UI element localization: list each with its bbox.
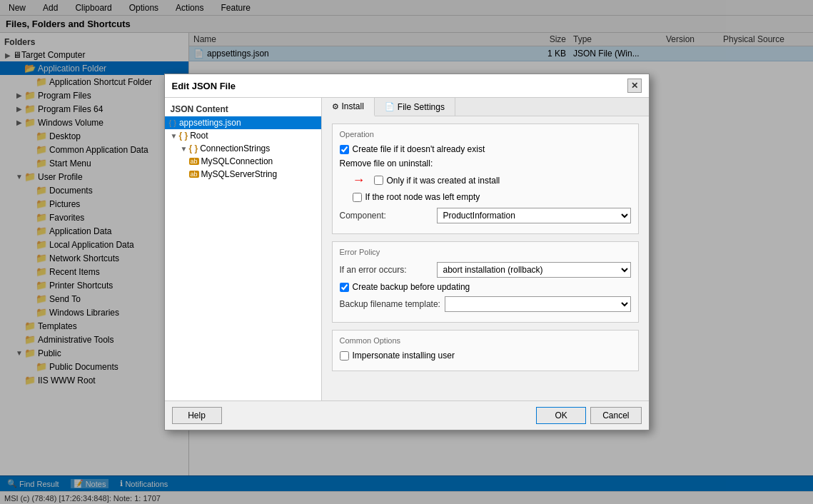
file-settings-tab-label: File Settings	[398, 102, 445, 112]
error-policy-title: Error Policy	[340, 248, 631, 256]
dialog-tree-item-mysql-connection[interactable]: abMySQLConnection	[165, 155, 321, 168]
impersonate-checkbox[interactable]	[340, 351, 349, 361]
create-backup-label[interactable]: Create backup before updating	[340, 282, 470, 292]
modal-overlay: Edit JSON File ✕ JSON Content { }appsett…	[0, 0, 813, 504]
dialog-tree: { }appsettings.json▼{ }Root▼{ }Connectio…	[165, 116, 321, 181]
only-if-created-checkbox[interactable]	[374, 176, 383, 185]
edit-json-dialog: Edit JSON File ✕ JSON Content { }appsett…	[164, 74, 650, 430]
dialog-tree-item-connection-strings[interactable]: ▼{ }ConnectionStrings	[165, 142, 321, 155]
panel-content: Operation Create file if it doesn't alre…	[322, 116, 649, 385]
remove-file-label-row: Remove file on uninstall:	[340, 158, 631, 168]
component-select[interactable]: ProductInformation	[437, 208, 631, 223]
operation-title: Operation	[340, 130, 631, 138]
curly-brace-icon: { }	[189, 143, 198, 153]
backup-template-select[interactable]	[445, 296, 631, 312]
dialog-expand-connection-strings[interactable]: ▼	[179, 145, 189, 153]
dialog-tree-item-root[interactable]: ▼{ }Root	[165, 129, 321, 142]
install-tab-label: Install	[342, 101, 364, 111]
if-error-row: If an error occurs: abort installation (…	[340, 262, 631, 278]
dialog-label-mysql-server: MySQLServerString	[201, 169, 278, 179]
modal-titlebar: Edit JSON File ✕	[165, 74, 649, 98]
json-content-label: JSON Content	[165, 102, 321, 116]
only-if-created-text: Only if it was created at install	[387, 176, 500, 186]
red-arrow-icon: →	[353, 173, 365, 188]
cancel-button[interactable]: Cancel	[590, 407, 641, 424]
modal-title: Edit JSON File	[172, 81, 236, 91]
create-backup-text: Create backup before updating	[353, 282, 470, 292]
impersonate-label[interactable]: Impersonate installing user	[340, 351, 455, 361]
only-if-created-row: → Only if it was created at install	[353, 173, 631, 188]
only-if-created-label[interactable]: Only if it was created at install	[374, 176, 500, 186]
create-file-label[interactable]: Create file if it doesn't already exist	[340, 144, 485, 154]
dialog-label-connection-strings: ConnectionStrings	[200, 143, 270, 153]
ab-icon: ab	[189, 158, 199, 165]
install-tab-icon: ⚙	[332, 102, 339, 111]
impersonate-text: Impersonate installing user	[353, 351, 455, 361]
file-settings-tab-icon: 📄	[385, 102, 395, 111]
ok-button[interactable]: OK	[536, 407, 586, 424]
create-backup-row: Create backup before updating	[340, 282, 631, 292]
dialog-label-root: Root	[190, 131, 208, 141]
tab-file-settings[interactable]: 📄 File Settings	[375, 98, 455, 116]
impersonate-row: Impersonate installing user	[340, 351, 631, 361]
if-root-empty-label[interactable]: If the root node was left empty	[353, 192, 480, 202]
if-root-empty-row: If the root node was left empty	[353, 192, 631, 202]
tab-bar: ⚙ Install 📄 File Settings	[322, 98, 649, 116]
help-button[interactable]: Help	[172, 407, 222, 424]
dialog-label-appsettings: appsettings.json	[179, 118, 241, 128]
error-policy-section: Error Policy If an error occurs: abort i…	[332, 241, 639, 323]
modal-left-panel: JSON Content { }appsettings.json▼{ }Root…	[165, 98, 322, 400]
remove-file-label: Remove file on uninstall:	[340, 158, 433, 168]
common-options-section: Common Options Impersonate installing us…	[332, 330, 639, 371]
curly-brace-icon: { }	[179, 131, 188, 141]
dialog-expand-root[interactable]: ▼	[169, 132, 179, 140]
operation-section: Operation Create file if it doesn't alre…	[332, 124, 639, 234]
dialog-tree-item-mysql-server[interactable]: abMySQLServerString	[165, 168, 321, 181]
modal-right-panel: ⚙ Install 📄 File Settings Operation	[322, 98, 649, 400]
dialog-tree-item-appsettings[interactable]: { }appsettings.json	[165, 116, 321, 129]
create-file-checkbox[interactable]	[340, 145, 349, 154]
if-error-label: If an error occurs:	[340, 265, 433, 275]
backup-template-label: Backup filename template:	[340, 299, 440, 309]
component-label: Component:	[340, 211, 433, 221]
if-root-empty-checkbox[interactable]	[353, 193, 362, 202]
dialog-label-mysql-connection: MySQLConnection	[201, 156, 273, 166]
if-root-empty-text: If the root node was left empty	[365, 192, 480, 202]
tab-install[interactable]: ⚙ Install	[322, 98, 375, 116]
ab-icon: ab	[189, 171, 199, 178]
modal-footer: Help OK Cancel	[165, 400, 649, 430]
json-file-icon: { }	[169, 119, 176, 127]
component-row: Component: ProductInformation	[340, 208, 631, 223]
if-error-select[interactable]: abort installation (rollback)	[437, 262, 631, 278]
create-file-row: Create file if it doesn't already exist	[340, 144, 631, 154]
backup-template-row: Backup filename template:	[340, 296, 631, 312]
create-file-text: Create file if it doesn't already exist	[353, 144, 485, 154]
common-options-title: Common Options	[340, 336, 631, 345]
create-backup-checkbox[interactable]	[340, 283, 349, 292]
modal-close-button[interactable]: ✕	[627, 79, 642, 93]
modal-body: JSON Content { }appsettings.json▼{ }Root…	[165, 98, 649, 400]
